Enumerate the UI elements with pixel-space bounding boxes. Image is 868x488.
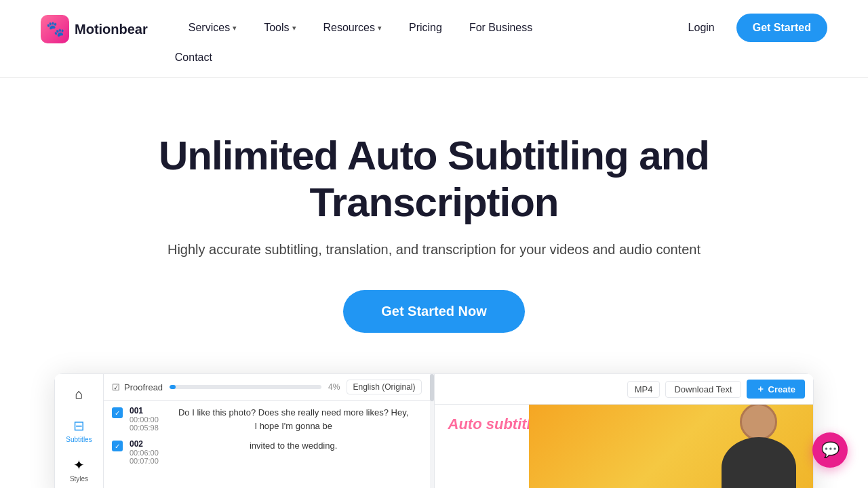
subtitle-meta-002: 002 00:06:00 00:07:00 <box>130 439 159 465</box>
sidebar-item-home[interactable]: ⌂ <box>55 380 103 411</box>
subtitle-text-002: invited to the wedding. <box>165 439 422 465</box>
video-preview <box>529 405 813 488</box>
nav-link-pricing[interactable]: Pricing <box>395 16 456 39</box>
progress-bar-fill <box>170 385 176 389</box>
sidebar-item-subtitles[interactable]: ⊟ Subtitles <box>55 411 103 450</box>
nav-link-resources[interactable]: Resources ▾ <box>310 16 395 39</box>
progress-bar <box>170 385 321 389</box>
sidebar-label-subtitles: Subtitles <box>66 436 92 443</box>
nav-main: Services ▾ Tools ▾ Resources ▾ <box>175 0 827 77</box>
nav-item-pricing[interactable]: Pricing <box>395 16 456 39</box>
person-body <box>722 437 796 488</box>
logo-link[interactable]: 🐾 Motionbear <box>41 0 148 58</box>
subtitle-item-002: ✓ 002 00:06:00 00:07:00 invited to the w… <box>112 439 422 465</box>
demo-sidebar: ⌂ ⊟ Subtitles ✦ Styles ⊞ Headline <box>55 374 104 488</box>
hero-title: Unlimited Auto Subtitling and Transcript… <box>41 132 827 226</box>
nav-actions: Login Get Started <box>677 14 827 42</box>
nav-link-services[interactable]: Services ▾ <box>175 16 250 39</box>
nav-label-for-business: For Business <box>469 22 532 34</box>
header: 🐾 Motionbear Services ▾ Tools ▾ <box>0 0 868 78</box>
proofread-icon: ☑ <box>112 382 120 392</box>
subtitles-icon: ⊟ <box>73 418 85 434</box>
nav-bottom: Contact <box>175 49 827 77</box>
person-head <box>740 405 777 441</box>
create-button[interactable]: ＋ Create <box>747 380 805 399</box>
nav-label-tools: Tools <box>264 22 289 34</box>
nav-item-resources[interactable]: Resources ▾ <box>310 16 395 39</box>
subtitle-id-002: 002 <box>130 439 159 449</box>
demo-content-left: ☑ Proofread 4% English (Original) ✓ 001 … <box>104 374 430 488</box>
subtitle-time-end-002: 00:07:00 <box>130 457 159 465</box>
subtitle-checkbox-002[interactable]: ✓ <box>112 441 123 451</box>
nav-link-for-business[interactable]: For Business <box>456 16 546 39</box>
chat-bubble-button[interactable]: 💬 <box>812 432 848 468</box>
format-select[interactable]: MP4 <box>627 381 660 398</box>
nav-item-tools[interactable]: Tools ▾ <box>250 16 309 39</box>
login-button[interactable]: Login <box>677 16 726 39</box>
subtitle-text-001: Do I like this photo? Does she really ne… <box>165 406 422 432</box>
demo-right-content: Auto subtitling... <box>435 405 814 488</box>
progress-percentage: 4% <box>328 382 340 392</box>
person-silhouette <box>718 405 800 488</box>
hero-section: Unlimited Auto Subtitling and Transcript… <box>0 78 868 373</box>
get-started-header-button[interactable]: Get Started <box>736 14 827 42</box>
demo-right-panel: MP4 Download Text ＋ Create Auto subtitli… <box>434 373 814 488</box>
nav-label-resources: Resources <box>323 22 375 34</box>
nav-items: Services ▾ Tools ▾ Resources ▾ <box>175 16 677 39</box>
subtitle-checkbox-001[interactable]: ✓ <box>112 407 123 418</box>
chevron-down-icon: ▾ <box>292 24 296 33</box>
subtitle-meta-001: 001 00:00:00 00:05:98 <box>130 406 159 432</box>
styles-icon: ✦ <box>73 457 85 473</box>
nav-link-tools[interactable]: Tools ▾ <box>250 16 309 39</box>
subtitle-time-end-001: 00:05:98 <box>130 424 159 432</box>
download-text-button[interactable]: Download Text <box>665 381 741 398</box>
demo-toolbar-left: ☑ Proofread 4% English (Original) <box>104 374 430 401</box>
demo-section: ⌂ ⊟ Subtitles ✦ Styles ⊞ Headline ☑ Proo… <box>54 373 814 488</box>
proofread-text: Proofread <box>124 382 163 392</box>
create-label: Create <box>768 384 795 394</box>
demo-right-toolbar: MP4 Download Text ＋ Create <box>435 374 814 405</box>
nav-item-services[interactable]: Services ▾ <box>175 16 250 39</box>
nav-link-contact[interactable]: Contact <box>175 49 226 66</box>
sidebar-item-styles[interactable]: ✦ Styles <box>55 450 103 488</box>
sidebar-label-styles: Styles <box>70 475 88 483</box>
chevron-down-icon: ▾ <box>233 24 237 33</box>
get-started-now-button[interactable]: Get Started Now <box>343 290 525 333</box>
nav-label-services: Services <box>189 22 230 34</box>
subtitle-item-001: ✓ 001 00:00:00 00:05:98 Do I like this p… <box>112 406 422 432</box>
subtitle-time-start-002: 00:06:00 <box>130 449 159 457</box>
nav-item-for-business[interactable]: For Business <box>456 16 546 39</box>
logo-paw-icon: 🐾 <box>46 20 64 38</box>
nav-label-contact: Contact <box>175 52 212 63</box>
chat-icon: 💬 <box>821 441 840 459</box>
subtitle-id-001: 001 <box>130 406 159 415</box>
nav-top: Services ▾ Tools ▾ Resources ▾ <box>175 0 827 49</box>
demo-left-panel: ⌂ ⊟ Subtitles ✦ Styles ⊞ Headline ☑ Proo… <box>54 373 434 488</box>
hero-subtitle: Highly accurate subtitling, translation,… <box>41 242 827 258</box>
logo-icon: 🐾 <box>41 15 69 43</box>
language-select[interactable]: English (Original) <box>347 380 421 394</box>
subtitle-list: ✓ 001 00:00:00 00:05:98 Do I like this p… <box>104 401 430 477</box>
create-plus-icon: ＋ <box>756 383 765 395</box>
proofread-label: ☑ Proofread <box>112 382 163 392</box>
nav-label-pricing: Pricing <box>409 22 442 34</box>
subtitle-time-start-001: 00:00:00 <box>130 415 159 424</box>
logo-text: Motionbear <box>75 22 148 37</box>
home-icon: ⌂ <box>75 386 83 402</box>
chevron-down-icon: ▾ <box>378 24 382 33</box>
